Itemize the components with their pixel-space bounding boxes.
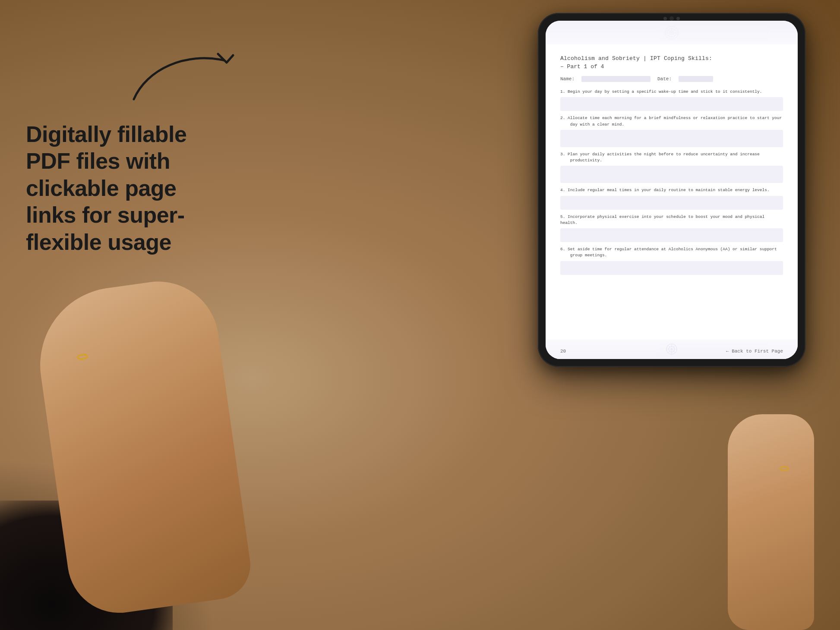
left-panel-text: Digitally fillable PDF files with clicka… xyxy=(26,121,212,255)
question-5: 5. Incorporate physical exercise into yo… xyxy=(560,214,783,243)
camera-dot-center xyxy=(669,16,674,21)
arrow-decoration xyxy=(121,35,250,112)
camera-dot-left xyxy=(663,17,667,20)
question-2-text: 2. Allocate time each morning for a brie… xyxy=(560,115,783,128)
date-input-field[interactable] xyxy=(679,76,713,82)
name-input-field[interactable] xyxy=(581,76,651,82)
main-headline: Digitally fillable PDF files with clicka… xyxy=(26,121,212,255)
question-6-answer[interactable] xyxy=(560,261,783,275)
name-label: Name: xyxy=(560,76,575,82)
tablet-frame: Alcoholism and Sobriety | IPT Coping Ski… xyxy=(538,13,805,367)
pdf-subtitle: – Part 1 of 4 xyxy=(560,63,783,70)
question-4-answer[interactable] xyxy=(560,196,783,210)
question-3-text: 3. Plan your daily activities the night … xyxy=(560,151,783,164)
left-arm xyxy=(52,242,276,630)
tablet-camera xyxy=(663,16,680,21)
question-6: 6. Set aside time for regular attendance… xyxy=(560,246,783,275)
question-3-answer[interactable] xyxy=(560,166,783,183)
page-number: 20 xyxy=(560,349,566,354)
date-label: Date: xyxy=(657,76,672,82)
camera-dot-right xyxy=(676,17,680,20)
question-4: 4. Include regular meal times in your da… xyxy=(560,187,783,209)
question-1-text: 1. Begin your day by setting a specific … xyxy=(560,89,783,95)
right-arm xyxy=(719,328,823,630)
right-hand-ring xyxy=(780,466,789,471)
tablet: Alcoholism and Sobriety | IPT Coping Ski… xyxy=(538,13,805,367)
question-5-text: 5. Incorporate physical exercise into yo… xyxy=(560,214,783,227)
pdf-page: Alcoholism and Sobriety | IPT Coping Ski… xyxy=(546,21,798,359)
pdf-fields-row: Name: Date: xyxy=(560,76,783,82)
tablet-screen: Alcoholism and Sobriety | IPT Coping Ski… xyxy=(546,21,798,359)
question-2-answer[interactable] xyxy=(560,130,783,147)
pdf-top-pattern xyxy=(546,21,798,44)
question-5-answer[interactable] xyxy=(560,228,783,242)
question-2: 2. Allocate time each morning for a brie… xyxy=(560,115,783,147)
question-3: 3. Plan your daily activities the night … xyxy=(560,151,783,183)
pdf-content: Alcoholism and Sobriety | IPT Coping Ski… xyxy=(560,33,783,350)
question-1: 1. Begin your day by setting a specific … xyxy=(560,89,783,111)
question-6-text: 6. Set aside time for regular attendance… xyxy=(560,246,783,259)
question-4-text: 4. Include regular meal times in your da… xyxy=(560,187,783,193)
question-1-answer[interactable] xyxy=(560,97,783,111)
pdf-title: Alcoholism and Sobriety | IPT Coping Ski… xyxy=(560,55,783,62)
